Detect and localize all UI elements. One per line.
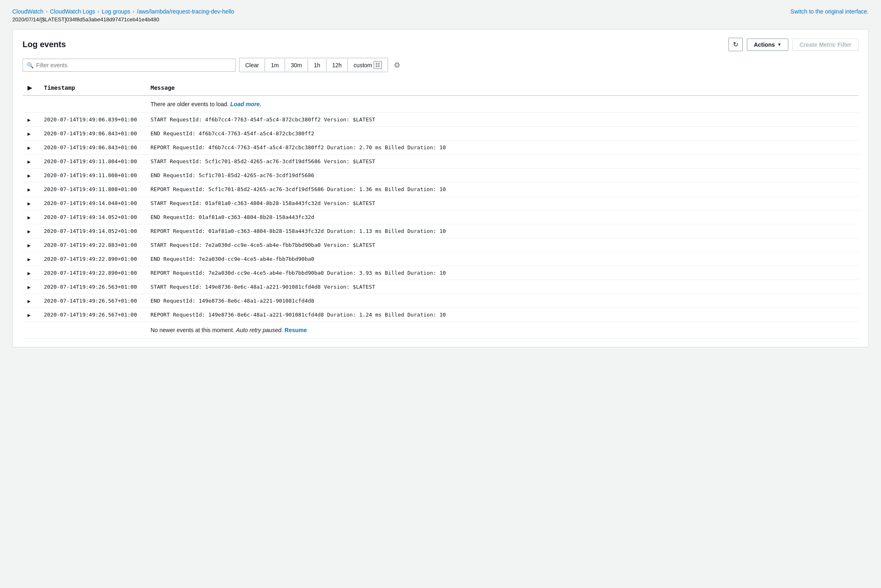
row-message: START RequestId: 5cf1c701-85d2-4265-ac76… (146, 155, 858, 169)
row-expand-icon[interactable]: ▶ (27, 132, 31, 136)
row-timestamp: 2020-07-14T19:49:11.804+01:00 (39, 155, 146, 169)
row-message: END RequestId: 7e2a030d-cc9e-4ce5-ab4e-f… (146, 252, 858, 266)
breadcrumb-cloudwatch[interactable]: CloudWatch (12, 8, 43, 15)
time-1h-button[interactable]: 1h (308, 59, 326, 71)
table-row: ▶2020-07-14T19:49:14.052+01:00END Reques… (23, 210, 858, 224)
breadcrumb-sep-3: › (133, 9, 135, 14)
breadcrumb-cloudwatch-logs[interactable]: CloudWatch Logs (50, 8, 95, 15)
load-more-row: There are older events to load. Load mor… (23, 96, 858, 113)
filter-events-input[interactable] (23, 59, 236, 72)
row-message: START RequestId: 01af81a0-c363-4804-8b28… (146, 196, 858, 210)
row-expand-icon[interactable]: ▶ (27, 146, 31, 150)
row-timestamp: 2020-07-14T19:49:14.048+01:00 (39, 196, 146, 210)
row-timestamp: 2020-07-14T19:49:26.567+01:00 (39, 294, 146, 308)
no-newer-text: No newer events at this moment. Auto ret… (146, 322, 858, 339)
log-stream-sub: 2020/07/14/[$LATEST]034f8d5a3abe418d9747… (12, 16, 869, 23)
row-timestamp: 2020-07-14T19:49:22.890+01:00 (39, 266, 146, 280)
settings-icon: ⚙ (394, 61, 400, 69)
col-header-message: Message (146, 80, 858, 96)
col-header-timestamp: Timestamp (39, 80, 146, 96)
row-expand-icon[interactable]: ▶ (27, 173, 31, 178)
card-title: Log events (23, 40, 66, 49)
row-expand-icon[interactable]: ▶ (27, 313, 31, 317)
no-newer-row: No newer events at this moment. Auto ret… (23, 322, 858, 339)
table-row: ▶2020-07-14T19:49:06.843+01:00REPORT Req… (23, 141, 858, 155)
row-expand-icon[interactable]: ▶ (27, 243, 31, 248)
row-expand-icon[interactable]: ▶ (27, 118, 31, 122)
row-expand-icon[interactable]: ▶ (27, 271, 31, 276)
create-metric-filter-button[interactable]: Create Metric Filter (792, 39, 858, 51)
row-timestamp: 2020-07-14T19:49:06.839+01:00 (39, 113, 146, 127)
table-row: ▶2020-07-14T19:49:22.883+01:00START Requ… (23, 238, 858, 252)
create-metric-filter-label: Create Metric Filter (799, 41, 851, 48)
row-expand-icon[interactable]: ▶ (27, 160, 31, 164)
table-row: ▶2020-07-14T19:49:11.804+01:00START Requ… (23, 155, 858, 169)
table-row: ▶2020-07-14T19:49:26.563+01:00START Requ… (23, 280, 858, 294)
actions-button[interactable]: Actions ▼ (747, 39, 788, 51)
row-timestamp: 2020-07-14T19:49:11.808+01:00 (39, 182, 146, 196)
breadcrumb-sep-2: › (98, 9, 99, 14)
row-message: START RequestId: 7e2a030d-cc9e-4ce5-ab4e… (146, 238, 858, 252)
row-expand-icon[interactable]: ▶ (27, 201, 31, 206)
row-timestamp: 2020-07-14T19:49:26.567+01:00 (39, 308, 146, 322)
time-30m-button[interactable]: 30m (285, 59, 308, 71)
row-expand-icon[interactable]: ▶ (27, 187, 31, 192)
load-more-text: There are older events to load. Load mor… (146, 96, 858, 113)
actions-chevron-icon: ▼ (777, 42, 781, 47)
load-more-link[interactable]: Load more. (231, 101, 261, 107)
row-message: END RequestId: 01af81a0-c363-4804-8b28-1… (146, 210, 858, 224)
settings-button[interactable]: ⚙ (391, 59, 403, 71)
breadcrumb-sep-1: › (46, 9, 48, 14)
row-message: START RequestId: 149e8736-8e6c-48a1-a221… (146, 280, 858, 294)
col-header-expand: ▶ (23, 80, 39, 96)
search-input-wrap: 🔍 (23, 59, 236, 72)
table-row: ▶2020-07-14T19:49:11.808+01:00REPORT Req… (23, 182, 858, 196)
log-events-card: Log events ↻ Actions ▼ Create Metric Fil… (12, 29, 869, 347)
card-header: Log events ↻ Actions ▼ Create Metric Fil… (23, 38, 858, 51)
log-table: ▶ Timestamp Message There are older even… (23, 80, 858, 339)
row-message: END RequestId: 149e8736-8e6c-48a1-a221-9… (146, 294, 858, 308)
time-1m-button[interactable]: 1m (265, 59, 285, 71)
row-message: REPORT RequestId: 5cf1c701-85d2-4265-ac7… (146, 182, 858, 196)
row-message: START RequestId: 4f6b7cc4-7763-454f-a5c4… (146, 113, 858, 127)
filter-bar: 🔍 Clear 1m 30m 1h 12h custom ☷ ⚙ (23, 58, 858, 72)
table-row: ▶2020-07-14T19:49:26.567+01:00END Reques… (23, 294, 858, 308)
row-message: REPORT RequestId: 7e2a030d-cc9e-4ce5-ab4… (146, 266, 858, 280)
row-message: REPORT RequestId: 4f6b7cc4-7763-454f-a5c… (146, 141, 858, 155)
row-message: REPORT RequestId: 149e8736-8e6c-48a1-a22… (146, 308, 858, 322)
row-expand-icon[interactable]: ▶ (27, 299, 31, 303)
resume-link[interactable]: Resume (285, 327, 307, 333)
row-expand-icon[interactable]: ▶ (27, 285, 31, 289)
expand-all-icon[interactable]: ▶ (27, 84, 32, 91)
switch-interface[interactable]: Switch to the original interface. (790, 8, 869, 15)
breadcrumb-log-groups[interactable]: Log groups (102, 8, 130, 15)
time-filter: Clear 1m 30m 1h 12h custom ☷ (239, 58, 388, 72)
row-timestamp: 2020-07-14T19:49:06.843+01:00 (39, 141, 146, 155)
table-row: ▶2020-07-14T19:49:06.839+01:00START Requ… (23, 113, 858, 127)
row-expand-icon[interactable]: ▶ (27, 215, 31, 220)
card-header-actions: ↻ Actions ▼ Create Metric Filter (728, 38, 858, 51)
row-message: REPORT RequestId: 01af81a0-c363-4804-8b2… (146, 224, 858, 238)
row-message: END RequestId: 5cf1c701-85d2-4265-ac76-3… (146, 169, 858, 182)
table-row: ▶2020-07-14T19:49:22.890+01:00REPORT Req… (23, 266, 858, 280)
time-custom-button[interactable]: custom ☷ (348, 58, 388, 72)
row-timestamp: 2020-07-14T19:49:11.808+01:00 (39, 169, 146, 182)
row-expand-icon[interactable]: ▶ (27, 257, 31, 262)
breadcrumb-log-stream[interactable]: /aws/lambda/request-tracing-dev-hello (137, 8, 234, 15)
table-row: ▶2020-07-14T19:49:22.890+01:00END Reques… (23, 252, 858, 266)
time-custom-label: custom (354, 62, 372, 68)
row-timestamp: 2020-07-14T19:49:14.052+01:00 (39, 210, 146, 224)
clear-button[interactable]: Clear (240, 59, 265, 71)
refresh-button[interactable]: ↻ (728, 38, 743, 51)
row-timestamp: 2020-07-14T19:49:22.890+01:00 (39, 252, 146, 266)
row-expand-icon[interactable]: ▶ (27, 229, 31, 234)
refresh-icon: ↻ (733, 41, 738, 48)
row-timestamp: 2020-07-14T19:49:26.563+01:00 (39, 280, 146, 294)
calendar-icon: ☷ (374, 61, 382, 69)
switch-interface-link[interactable]: Switch to the original interface. (790, 8, 869, 15)
breadcrumb: CloudWatch › CloudWatch Logs › Log group… (12, 8, 234, 15)
time-12h-button[interactable]: 12h (326, 59, 348, 71)
table-row: ▶2020-07-14T19:49:14.048+01:00START Requ… (23, 196, 858, 210)
row-timestamp: 2020-07-14T19:49:06.843+01:00 (39, 127, 146, 141)
row-timestamp: 2020-07-14T19:49:22.883+01:00 (39, 238, 146, 252)
